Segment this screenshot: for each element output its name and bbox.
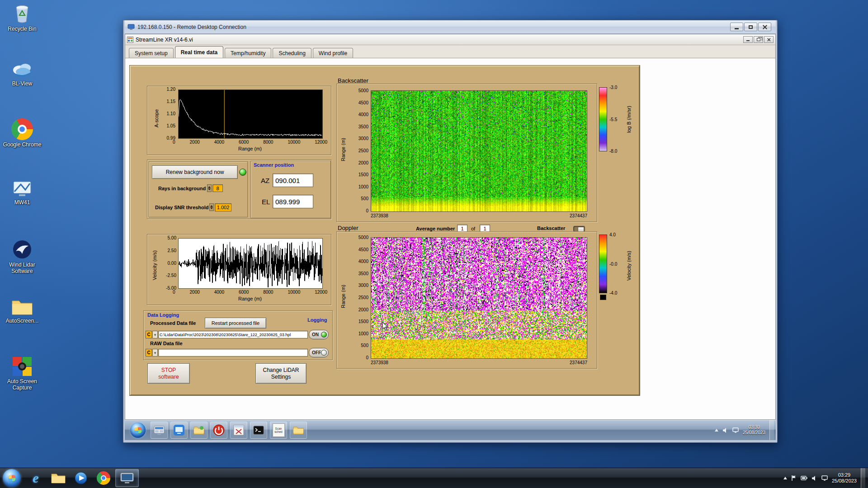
remote-network-icon[interactable]	[732, 427, 739, 433]
tab-bar: System setup Real time data Temp/humidit…	[125, 45, 775, 58]
app-minimize-button[interactable]	[743, 36, 753, 43]
rays-spinner[interactable]	[207, 184, 212, 192]
velocity-y-axis-label: Velocity (m/s)	[152, 243, 157, 288]
remote-hidden-icons-arrow[interactable]	[715, 429, 718, 432]
off-led	[321, 350, 327, 356]
doppler-colorbar	[599, 235, 607, 293]
rdp-window-title: 192.168.0.150 - Remote Desktop Connectio…	[137, 24, 246, 30]
app-window-title: StreamLine XR v14-6.vi	[136, 37, 193, 43]
desktop-icon-google-chrome[interactable]: Google Chrome	[3, 118, 42, 148]
on-led	[321, 332, 327, 338]
rdp-maximize-button[interactable]	[744, 23, 757, 31]
velocity-graph: Velocity (m/s) 5.002.500.00-2.50-5.00 02…	[147, 234, 331, 305]
change-lidar-settings-button[interactable]: Change LiDAR Settings	[255, 363, 307, 384]
a-scope-canvas	[179, 90, 322, 138]
tab-temp-humidity[interactable]: Temp/humidity	[225, 48, 271, 58]
labview-vi-icon	[127, 37, 133, 43]
remote-volume-icon[interactable]	[722, 427, 728, 433]
volume-icon[interactable]	[811, 475, 817, 481]
desktop-icon-bl-view[interactable]: BL-View	[3, 60, 42, 87]
taskbar-google-chrome[interactable]	[93, 469, 114, 487]
internet-explorer-icon: e	[33, 471, 38, 485]
tab-real-time-data[interactable]: Real time data	[175, 46, 223, 58]
doppler-section-title: Doppler	[338, 225, 359, 231]
raw-path-browse-button[interactable]: ▾	[152, 349, 158, 357]
remote-clock[interactable]: 03:30 25/08/2023	[743, 425, 765, 436]
processed-path-browse-button[interactable]: ▾	[152, 331, 158, 338]
remote-taskbar-explorer[interactable]	[290, 422, 307, 439]
remote-taskbar-streamline-xr[interactable]	[230, 422, 247, 439]
command-prompt-icon	[253, 424, 264, 436]
processed-data-file-label: Processed Data file	[150, 320, 196, 326]
remote-start-button[interactable]	[130, 422, 146, 438]
backscatter-section-title: Backscatter	[338, 77, 368, 84]
restart-processed-file-button[interactable]: Restart processed file	[205, 318, 266, 328]
desktop-icon-autoscreen-folder[interactable]: AutoScreen...	[3, 297, 42, 324]
app-close-button[interactable]	[764, 36, 774, 43]
raw-logging-off-switch[interactable]: OFF	[309, 348, 329, 357]
taskbar-windows-explorer[interactable]	[47, 469, 69, 487]
desktop-icon-wind-lidar-software[interactable]: Wind Lidar Software	[3, 239, 42, 274]
remote-taskbar-command-prompt[interactable]	[250, 422, 267, 439]
app-titlebar[interactable]: StreamLine XR v14-6.vi	[125, 34, 775, 45]
doppler-colorbar-out-of-range	[600, 295, 606, 300]
snr-threshold-label: Display SNR threshold	[155, 205, 209, 210]
tab-wind-profile[interactable]: Wind profile	[313, 48, 353, 58]
scanner-position-title: Scanner position	[254, 162, 294, 168]
processed-path-type-box[interactable]: C	[146, 331, 152, 338]
el-value[interactable]: 089.999	[273, 195, 313, 208]
rdp-titlebar[interactable]: 192.168.0.150 - Remote Desktop Connectio…	[125, 20, 776, 34]
raw-path-type-box[interactable]: C	[146, 349, 152, 357]
remote-taskbar-control-panel[interactable]	[151, 422, 168, 439]
bl-view-icon	[10, 60, 34, 79]
taskbar-internet-explorer[interactable]: e	[25, 469, 47, 487]
stop-software-button[interactable]: STOP software	[147, 363, 190, 384]
backscatter-colorbar-label: log B (/m/sr)	[626, 91, 632, 148]
renew-background-button[interactable]: Renew background now	[152, 165, 238, 179]
backscatter-plot-area	[371, 90, 587, 212]
windows-flag-icon	[134, 427, 142, 433]
rdp-close-button[interactable]	[758, 23, 771, 31]
network-icon[interactable]	[821, 475, 828, 481]
desktop-icon-mw41[interactable]: MW41	[3, 180, 42, 206]
az-value[interactable]: 090.001	[273, 174, 313, 187]
snr-spinner[interactable]	[209, 203, 214, 211]
rays-in-background-label: Rays in background	[158, 186, 206, 191]
tab-scheduling[interactable]: Scheduling	[273, 48, 311, 58]
doppler-canvas	[371, 238, 587, 358]
desktop-icon-recycle-bin[interactable]: Recycle Bin	[3, 4, 42, 32]
app-restore-button[interactable]	[754, 36, 763, 43]
show-desktop-button[interactable]	[861, 468, 865, 488]
desktop-icon-label: AutoScreen...	[6, 318, 39, 324]
action-center-flag-icon[interactable]	[791, 475, 797, 481]
remote-taskbar-shutdown[interactable]	[210, 422, 227, 439]
rdp-minimize-button[interactable]	[730, 23, 743, 31]
remote-taskbar-lidar-folder[interactable]	[190, 422, 208, 439]
backscatter-graph: Range (m) 500045004000350030002500200015…	[336, 84, 597, 222]
desktop-icon-label: Wind Lidar Software	[3, 262, 42, 274]
tab-system-setup[interactable]: System setup	[129, 48, 174, 58]
taskbar-remote-desktop-active[interactable]	[115, 469, 139, 487]
renew-background-led	[239, 169, 246, 176]
battery-icon[interactable]	[801, 476, 807, 480]
backscatter-canvas	[371, 91, 587, 211]
auto-screen-capture-icon	[12, 356, 33, 377]
start-button[interactable]	[3, 469, 21, 487]
remote-show-desktop-button[interactable]	[769, 420, 774, 441]
el-label: EL	[262, 198, 270, 206]
remote-taskbar-display[interactable]	[170, 422, 188, 439]
snr-threshold-value[interactable]: 1.002	[215, 203, 231, 211]
processed-path-field[interactable]: C:\Lidar\Data\Proc\2023\202308\20230825\…	[158, 331, 308, 338]
raw-path-field[interactable]	[158, 349, 308, 357]
windows-explorer-icon	[51, 472, 66, 484]
desktop-icon-label: Recycle Bin	[8, 26, 36, 32]
desktop-icon-auto-screen-capture[interactable]: Auto Screen Capture	[3, 356, 42, 391]
data-logging-title: Data Logging	[147, 312, 179, 318]
taskbar-media-player[interactable]	[70, 469, 92, 487]
processed-logging-on-switch[interactable]: ON	[309, 330, 329, 339]
remote-taskbar-scan-scheduler[interactable]: Scan sched	[270, 422, 287, 439]
a-scope-plot-area	[178, 89, 323, 139]
rays-in-background-value[interactable]: 8	[212, 184, 223, 192]
host-clock[interactable]: 03:29 25/08/2023	[832, 472, 857, 484]
hidden-icons-arrow[interactable]	[783, 477, 787, 479]
